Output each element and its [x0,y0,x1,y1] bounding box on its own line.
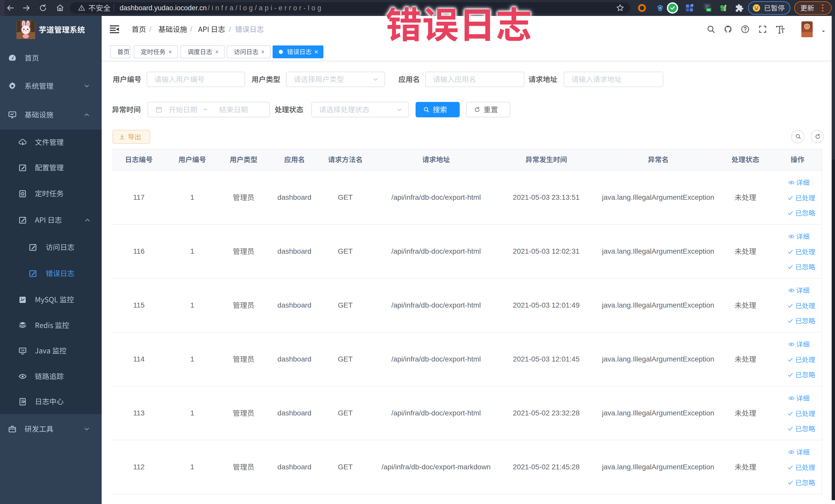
svg-text:on: on [707,8,710,11]
